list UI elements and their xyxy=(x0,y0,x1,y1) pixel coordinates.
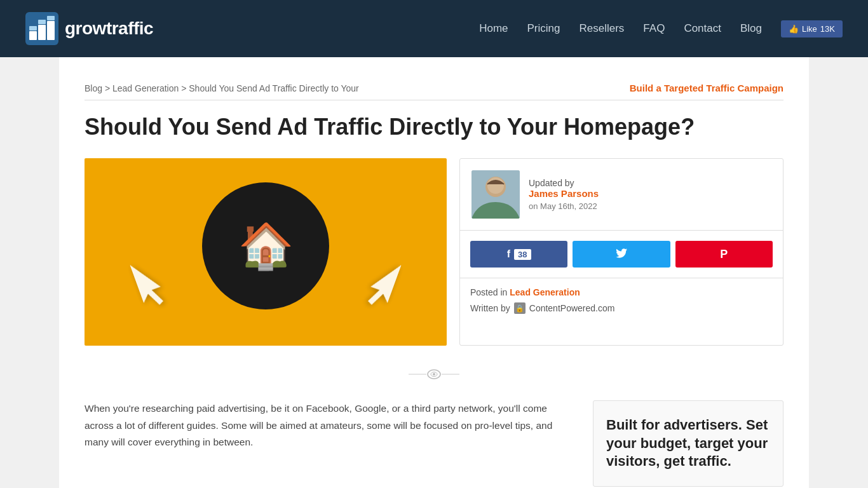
svg-rect-1 xyxy=(29,31,37,40)
hero-circle: 🏠 xyxy=(202,182,329,309)
breadcrumb-current: Should You Send Ad Traffic Directly to Y… xyxy=(189,83,358,93)
fb-like-button[interactable]: 👍 Like 13K xyxy=(781,20,843,37)
sidebar-ad: Built for advertisers. Set your budget, … xyxy=(593,400,783,487)
divider xyxy=(85,365,783,388)
pinterest-share-button[interactable]: P xyxy=(675,241,773,268)
author-sidebar: Updated by James Parsons on May 16th, 20… xyxy=(459,158,783,346)
breadcrumb-sep1: > xyxy=(102,83,112,93)
category-link[interactable]: Lead Generation xyxy=(510,287,580,297)
fb-share-count: 38 xyxy=(514,249,531,260)
nav-faq[interactable]: FAQ xyxy=(643,22,665,35)
written-by: Written by 🔒 ContentPowered.com xyxy=(470,302,773,314)
svg-rect-4 xyxy=(38,20,46,24)
nav-blog[interactable]: Blog xyxy=(740,22,762,35)
breadcrumb-sep2: > xyxy=(179,83,189,93)
page-wrapper: Blog > Lead Generation > Should You Send… xyxy=(59,57,809,488)
sidebar-ad-text: Built for advertisers. Set your budget, … xyxy=(606,416,770,471)
article-meta: Posted in Lead Generation Written by 🔒 C… xyxy=(460,278,783,323)
twitter-icon xyxy=(616,248,627,260)
logo-text: growtraffic xyxy=(65,18,153,39)
house-icon: 🏠 xyxy=(238,224,294,268)
cta-link[interactable]: Build a Targeted Traffic Campaign xyxy=(630,83,783,93)
logo-area: growtraffic xyxy=(25,12,153,45)
breadcrumb-blog[interactable]: Blog xyxy=(85,83,102,93)
breadcrumb: Blog > Lead Generation > Should You Send… xyxy=(85,83,359,93)
cursor-left-icon xyxy=(121,249,194,322)
author-avatar xyxy=(471,170,520,219)
hero-image: 🏠 xyxy=(85,158,447,346)
facebook-icon: f xyxy=(507,248,510,260)
author-date: on May 16th, 2022 xyxy=(529,201,599,211)
nav-resellers[interactable]: Resellers xyxy=(580,22,625,35)
nav-contact[interactable]: Contact xyxy=(684,22,721,35)
posted-in: Posted in Lead Generation xyxy=(470,287,773,297)
author-info: Updated by James Parsons on May 16th, 20… xyxy=(460,159,783,231)
svg-point-13 xyxy=(433,373,435,376)
fb-like-count: 13K xyxy=(820,24,835,34)
article-body-row: When you're researching paid advertising… xyxy=(85,400,783,487)
logo-icon xyxy=(25,12,58,45)
pinterest-icon: P xyxy=(720,248,728,261)
facebook-share-button[interactable]: f 38 xyxy=(470,241,567,268)
svg-rect-6 xyxy=(47,16,55,20)
lock-icon: 🔒 xyxy=(514,302,526,314)
nav-pricing[interactable]: Pricing xyxy=(527,22,560,35)
written-by-label: Written by xyxy=(470,303,510,313)
author-text: Updated by James Parsons on May 16th, 20… xyxy=(529,178,599,211)
navbar: growtraffic Home Pricing Resellers FAQ C… xyxy=(0,0,868,57)
fb-like-label: Like xyxy=(802,24,817,34)
thumbs-up-icon: 👍 xyxy=(789,24,799,34)
breadcrumb-row: Blog > Lead Generation > Should You Send… xyxy=(85,70,783,100)
cursor-right-icon xyxy=(337,249,410,322)
svg-rect-5 xyxy=(47,21,55,40)
updated-by-label: Updated by xyxy=(529,178,599,188)
nav-home[interactable]: Home xyxy=(479,22,508,35)
svg-rect-2 xyxy=(29,26,37,30)
article-title: Should You Send Ad Traffic Directly to Y… xyxy=(85,113,783,140)
svg-rect-3 xyxy=(38,25,46,40)
svg-point-9 xyxy=(487,177,504,194)
article-body-text: When you're researching paid advertising… xyxy=(85,400,578,487)
author-name[interactable]: James Parsons xyxy=(529,188,599,199)
nav-links: Home Pricing Resellers FAQ Contact Blog … xyxy=(479,20,843,37)
written-by-site: ContentPowered.com xyxy=(529,303,615,313)
breadcrumb-category[interactable]: Lead Generation xyxy=(112,83,179,93)
twitter-share-button[interactable] xyxy=(573,241,670,268)
social-buttons: f 38 P xyxy=(460,231,783,278)
article-top: 🏠 xyxy=(85,158,783,346)
posted-in-label: Posted in xyxy=(470,287,507,297)
